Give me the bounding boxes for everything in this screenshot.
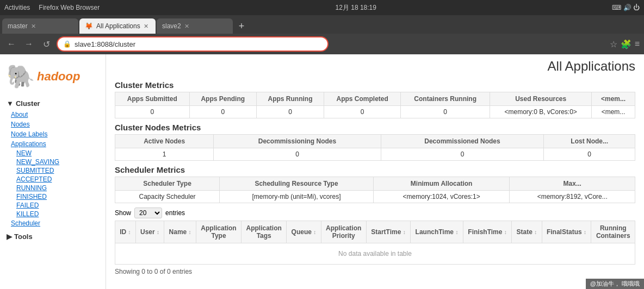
sort-final-icon: ↕	[584, 229, 586, 235]
col-scheduling-resource: Scheduling Resource Type	[220, 177, 374, 191]
os-topbar: Activities Firefox Web Browser 12月 18 18…	[0, 0, 644, 15]
cluster-metrics-title: Cluster Metrics	[115, 80, 635, 90]
os-topbar-center: 12月 18 18:19	[336, 3, 376, 12]
tab-slave1-close[interactable]: ✕	[144, 23, 148, 30]
col-launch-time[interactable]: LaunchTime ↕	[411, 221, 463, 243]
val-lost-nodes: 0	[544, 148, 635, 161]
sidebar-app-accepted[interactable]: ACCEPTED	[0, 175, 106, 184]
hadoop-logo-text: hadoop	[37, 70, 80, 84]
tab-slave1-label: All Applications	[96, 22, 140, 30]
tab-slave1-favicon: 🦊	[85, 22, 93, 30]
col-used-resources: Used Resources	[490, 92, 592, 106]
col-user[interactable]: User ↕	[135, 221, 164, 243]
val-apps-running: 0	[256, 106, 324, 118]
bookmark-button[interactable]: ☆	[610, 39, 617, 49]
cluster-section: ▼ Cluster About Nodes Node Labels Applic…	[0, 96, 106, 229]
os-topbar-right: ⌨ 🔊 ⏻	[612, 4, 640, 11]
address-bar[interactable]: 🔒 slave1:8088/cluster	[57, 36, 329, 52]
col-min-allocation: Minimum Allocation	[373, 177, 510, 191]
tab-slave2-close[interactable]: ✕	[184, 23, 189, 30]
forward-button[interactable]: →	[22, 37, 36, 51]
col-final-status[interactable]: FinalStatus ↕	[542, 221, 591, 243]
col-name[interactable]: Name ↕	[164, 221, 196, 243]
address-text: slave1:8088/cluster	[75, 40, 135, 48]
sidebar: 🐘 hadoop ▼ Cluster About Nodes Node Labe…	[0, 54, 106, 289]
applications-link-text[interactable]: Applications	[11, 140, 46, 148]
sidebar-app-finished[interactable]: FINISHED	[0, 192, 106, 201]
col-apps-completed: Apps Completed	[324, 92, 401, 106]
entries-label: entries	[165, 209, 185, 217]
col-state[interactable]: State ↕	[512, 221, 542, 243]
tab-master-label: master	[8, 22, 28, 30]
cluster-header[interactable]: ▼ Cluster	[0, 97, 106, 110]
col-application-priority: ApplicationPriority	[321, 221, 366, 243]
show-entries: Show 10 20 25 50 100 entries	[115, 208, 635, 218]
cluster-nodes-table: Active Nodes Decommissioning Nodes Decom…	[115, 134, 635, 161]
extensions-button[interactable]: 🧩	[621, 39, 631, 49]
cluster-metrics-table: Apps Submitted Apps Pending Apps Running…	[115, 92, 635, 118]
sort-id-icon: ↕	[128, 229, 131, 235]
col-apps-pending: Apps Pending	[189, 92, 256, 106]
page-content: 🐘 hadoop ▼ Cluster About Nodes Node Labe…	[0, 54, 644, 289]
sidebar-app-new-saving[interactable]: NEW_SAVING	[0, 158, 106, 166]
sidebar-app-submitted[interactable]: SUBMITTED	[0, 166, 106, 175]
tab-master-close[interactable]: ✕	[31, 23, 36, 30]
sort-finish-icon: ↕	[504, 229, 507, 235]
tab-slave2[interactable]: slave2 ✕	[157, 18, 233, 34]
tab-master[interactable]: master ✕	[2, 18, 78, 34]
tab-bar: master ✕ 🦊 All Applications ✕ slave2 ✕ +	[0, 15, 644, 34]
csdn-watermark: @加油牛， 哦哦哦	[586, 279, 644, 289]
val-apps-completed: 0	[324, 106, 401, 118]
col-id[interactable]: ID ↕	[115, 221, 136, 243]
cluster-arrow-icon: ▼	[7, 99, 14, 108]
col-finish-time[interactable]: FinishTime ↕	[463, 221, 511, 243]
col-max-allocation: Max...	[510, 177, 635, 191]
sidebar-app-running[interactable]: RUNNING	[0, 184, 106, 192]
sidebar-applications-header[interactable]: Applications	[0, 139, 106, 149]
sidebar-app-failed[interactable]: FAILED	[0, 201, 106, 210]
activities-label[interactable]: Activities	[4, 4, 30, 11]
sort-launch-icon: ↕	[455, 229, 458, 235]
col-running-containers: RunningContainers	[591, 221, 635, 243]
firefox-label[interactable]: Firefox Web Browser	[39, 4, 100, 11]
tab-slave1[interactable]: 🦊 All Applications ✕	[79, 18, 156, 34]
address-bar-right: ☆ 🧩 ≡	[608, 39, 640, 49]
col-queue[interactable]: Queue ↕	[287, 221, 321, 243]
sort-user-icon: ↕	[157, 229, 159, 235]
sidebar-about-link[interactable]: About	[0, 110, 106, 120]
col-apps-submitted: Apps Submitted	[115, 92, 190, 106]
col-scheduler-type: Scheduler Type	[115, 177, 220, 191]
scheduler-metrics-table: Scheduler Type Scheduling Resource Type …	[115, 177, 635, 203]
browser-menu-button[interactable]: ≡	[635, 39, 640, 49]
hadoop-logo: 🐘 hadoop	[0, 59, 106, 96]
entries-select[interactable]: 10 20 25 50 100	[134, 208, 162, 218]
sidebar-nodes-link[interactable]: Nodes	[0, 120, 106, 129]
tools-label: Tools	[14, 233, 33, 241]
sidebar-app-new[interactable]: NEW	[0, 149, 106, 158]
col-start-time[interactable]: StartTime ↕	[366, 221, 410, 243]
refresh-button[interactable]: ↺	[39, 37, 53, 51]
col-decommissioning-nodes: Decommissioning Nodes	[214, 135, 381, 148]
os-icons: ⌨ 🔊 ⏻	[612, 4, 640, 11]
col-application-type: ApplicationType	[196, 221, 241, 243]
val-active-nodes: 1	[115, 148, 214, 161]
new-tab-button[interactable]: +	[234, 18, 249, 34]
sidebar-scheduler-link[interactable]: Scheduler	[0, 218, 106, 228]
val-scheduling-resource: [memory-mb (unit=Mi), vcores]	[220, 191, 374, 203]
sort-queue-icon: ↕	[313, 229, 316, 235]
back-button[interactable]: ←	[4, 37, 18, 51]
val-max-allocation: <memory:8192, vCore...	[510, 191, 635, 203]
applications-table: ID ↕ User ↕ Name ↕ ApplicationType Appli…	[115, 221, 635, 265]
col-more: <mem...	[592, 92, 635, 106]
os-topbar-left: Activities Firefox Web Browser	[4, 4, 100, 11]
col-decommissioned-nodes: Decommissioned Nodes	[381, 135, 544, 148]
sidebar-app-killed[interactable]: KILLED	[0, 210, 106, 218]
tools-arrow-icon: ▶	[7, 233, 12, 241]
browser-chrome: master ✕ 🦊 All Applications ✕ slave2 ✕ +…	[0, 15, 644, 54]
os-time: 12月 18 18:19	[336, 3, 376, 12]
col-application-tags: ApplicationTags	[242, 221, 287, 243]
col-lost-nodes: Lost Node...	[544, 135, 635, 148]
sidebar-nodelabels-link[interactable]: Node Labels	[0, 129, 106, 139]
hadoop-bird-icon: 🐘	[7, 63, 35, 90]
tools-header[interactable]: ▶ Tools	[0, 229, 106, 244]
